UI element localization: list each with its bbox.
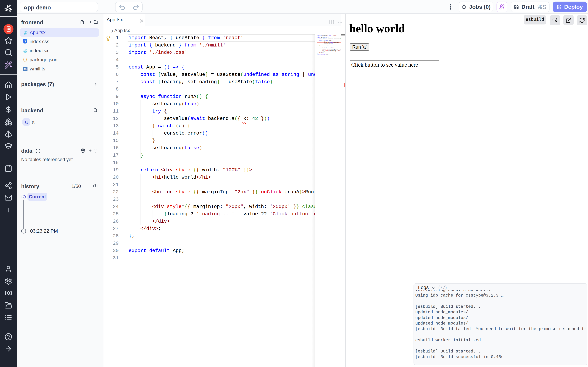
svg-text:TS: TS (24, 68, 26, 70)
svg-text:3: 3 (24, 40, 26, 43)
